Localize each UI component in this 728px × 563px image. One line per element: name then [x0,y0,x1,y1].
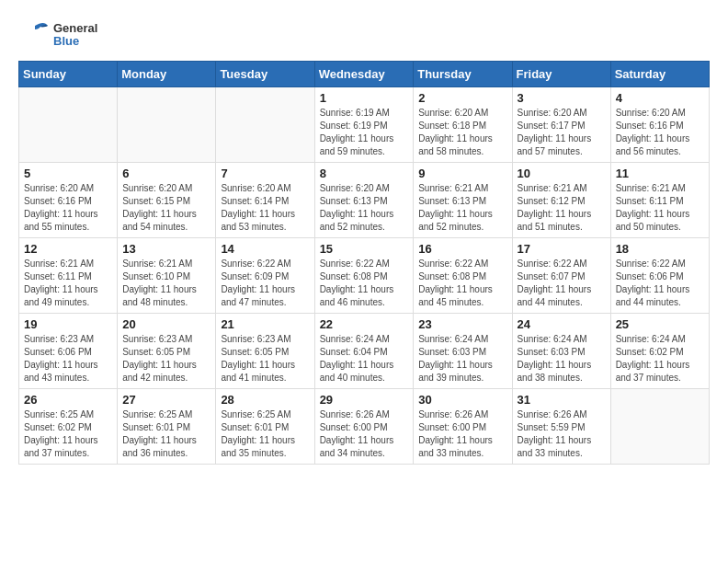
day-number: 13 [122,242,210,256]
day-number: 14 [221,242,309,256]
calendar-cell: 8 Sunrise: 6:20 AMSunset: 6:13 PMDayligh… [314,163,414,238]
logo: General Blue [18,18,97,52]
calendar-cell [610,389,709,465]
calendar-cell: 25 Sunrise: 6:24 AMSunset: 6:02 PMDaylig… [610,314,709,389]
calendar-cell: 31 Sunrise: 6:26 AMSunset: 5:59 PMDaylig… [512,389,610,465]
weekday-header-row: SundayMondayTuesdayWednesdayThursdayFrid… [19,62,710,87]
calendar-cell: 20 Sunrise: 6:23 AMSunset: 6:05 PMDaylig… [118,314,216,389]
weekday-header: Monday [118,62,216,87]
calendar-cell: 28 Sunrise: 6:25 AMSunset: 6:01 PMDaylig… [216,389,314,465]
day-info: Sunrise: 6:20 AMSunset: 6:13 PMDaylight:… [320,183,394,232]
day-info: Sunrise: 6:19 AMSunset: 6:19 PMDaylight:… [320,108,394,156]
logo-general: General [53,22,97,35]
day-number: 21 [221,317,309,331]
day-info: Sunrise: 6:23 AMSunset: 6:05 PMDaylight:… [122,334,197,383]
day-number: 11 [616,167,704,180]
day-number: 16 [418,242,506,256]
calendar-cell: 22 Sunrise: 6:24 AMSunset: 6:04 PMDaylig… [314,314,414,389]
day-info: Sunrise: 6:25 AMSunset: 6:01 PMDaylight:… [221,409,295,458]
day-number: 24 [518,317,606,331]
day-info: Sunrise: 6:22 AMSunset: 6:08 PMDaylight:… [418,259,493,307]
day-number: 28 [221,393,309,407]
day-info: Sunrise: 6:21 AMSunset: 6:12 PMDaylight:… [518,183,592,232]
calendar-cell: 30 Sunrise: 6:26 AMSunset: 6:00 PMDaylig… [414,389,512,465]
weekday-header: Wednesday [314,62,414,87]
day-info: Sunrise: 6:24 AMSunset: 6:03 PMDaylight:… [518,334,592,383]
calendar-cell [19,87,118,163]
day-number: 27 [122,393,210,407]
day-info: Sunrise: 6:21 AMSunset: 6:10 PMDaylight:… [122,259,197,307]
day-number: 20 [122,317,210,331]
calendar-cell: 26 Sunrise: 6:25 AMSunset: 6:02 PMDaylig… [19,389,118,465]
page-header: General Blue [18,18,710,52]
day-number: 3 [518,91,606,105]
day-info: Sunrise: 6:23 AMSunset: 6:06 PMDaylight:… [24,334,98,383]
calendar-row: 19 Sunrise: 6:23 AMSunset: 6:06 PMDaylig… [19,314,710,389]
calendar-cell: 1 Sunrise: 6:19 AMSunset: 6:19 PMDayligh… [314,87,414,163]
day-number: 15 [320,242,409,256]
day-info: Sunrise: 6:22 AMSunset: 6:07 PMDaylight:… [518,259,592,307]
calendar-cell: 18 Sunrise: 6:22 AMSunset: 6:06 PMDaylig… [610,238,709,314]
day-number: 12 [24,242,112,256]
day-info: Sunrise: 6:20 AMSunset: 6:18 PMDaylight:… [418,108,493,156]
day-info: Sunrise: 6:20 AMSunset: 6:16 PMDaylight:… [24,183,98,232]
day-info: Sunrise: 6:24 AMSunset: 6:02 PMDaylight:… [616,334,690,383]
day-info: Sunrise: 6:26 AMSunset: 6:00 PMDaylight:… [320,409,394,458]
calendar-cell: 21 Sunrise: 6:23 AMSunset: 6:05 PMDaylig… [216,314,314,389]
calendar-cell: 10 Sunrise: 6:21 AMSunset: 6:12 PMDaylig… [512,163,610,238]
logo-blue: Blue [53,35,97,48]
day-number: 23 [418,317,506,331]
day-number: 18 [616,242,704,256]
calendar-cell: 13 Sunrise: 6:21 AMSunset: 6:10 PMDaylig… [118,238,216,314]
calendar-row: 12 Sunrise: 6:21 AMSunset: 6:11 PMDaylig… [19,238,710,314]
weekday-header: Thursday [414,62,512,87]
day-info: Sunrise: 6:21 AMSunset: 6:13 PMDaylight:… [418,183,493,232]
day-info: Sunrise: 6:23 AMSunset: 6:05 PMDaylight:… [221,334,295,383]
calendar-row: 1 Sunrise: 6:19 AMSunset: 6:19 PMDayligh… [19,87,710,163]
calendar-cell: 14 Sunrise: 6:22 AMSunset: 6:09 PMDaylig… [216,238,314,314]
day-info: Sunrise: 6:20 AMSunset: 6:14 PMDaylight:… [221,183,295,232]
day-info: Sunrise: 6:22 AMSunset: 6:08 PMDaylight:… [320,259,394,307]
day-info: Sunrise: 6:20 AMSunset: 6:16 PMDaylight:… [616,108,690,156]
day-number: 2 [418,91,506,105]
day-number: 25 [616,317,704,331]
day-info: Sunrise: 6:22 AMSunset: 6:09 PMDaylight:… [221,259,295,307]
day-number: 9 [418,167,506,180]
day-info: Sunrise: 6:22 AMSunset: 6:06 PMDaylight:… [616,259,690,307]
weekday-header: Sunday [19,62,118,87]
day-info: Sunrise: 6:20 AMSunset: 6:15 PMDaylight:… [122,183,197,232]
calendar-cell: 5 Sunrise: 6:20 AMSunset: 6:16 PMDayligh… [19,163,118,238]
day-number: 1 [320,91,409,105]
day-number: 22 [320,317,409,331]
calendar: SundayMondayTuesdayWednesdayThursdayFrid… [18,61,710,465]
day-number: 10 [518,167,606,180]
weekday-header: Tuesday [216,62,314,87]
calendar-cell: 4 Sunrise: 6:20 AMSunset: 6:16 PMDayligh… [610,87,709,163]
calendar-cell: 11 Sunrise: 6:21 AMSunset: 6:11 PMDaylig… [610,163,709,238]
day-number: 17 [518,242,606,256]
day-number: 31 [518,393,606,407]
day-number: 19 [24,317,112,331]
calendar-cell: 7 Sunrise: 6:20 AMSunset: 6:14 PMDayligh… [216,163,314,238]
day-info: Sunrise: 6:20 AMSunset: 6:17 PMDaylight:… [518,108,592,156]
day-info: Sunrise: 6:26 AMSunset: 5:59 PMDaylight:… [518,409,592,458]
calendar-cell: 17 Sunrise: 6:22 AMSunset: 6:07 PMDaylig… [512,238,610,314]
day-number: 30 [418,393,506,407]
day-info: Sunrise: 6:25 AMSunset: 6:02 PMDaylight:… [24,409,98,458]
calendar-cell: 6 Sunrise: 6:20 AMSunset: 6:15 PMDayligh… [118,163,216,238]
calendar-cell: 9 Sunrise: 6:21 AMSunset: 6:13 PMDayligh… [414,163,512,238]
day-number: 5 [24,167,112,180]
day-number: 29 [320,393,409,407]
day-number: 26 [24,393,112,407]
day-number: 8 [320,167,409,180]
calendar-cell: 3 Sunrise: 6:20 AMSunset: 6:17 PMDayligh… [512,87,610,163]
calendar-cell: 12 Sunrise: 6:21 AMSunset: 6:11 PMDaylig… [19,238,118,314]
calendar-row: 26 Sunrise: 6:25 AMSunset: 6:02 PMDaylig… [19,389,710,465]
calendar-cell: 24 Sunrise: 6:24 AMSunset: 6:03 PMDaylig… [512,314,610,389]
weekday-header: Friday [512,62,610,87]
day-info: Sunrise: 6:21 AMSunset: 6:11 PMDaylight:… [24,259,98,307]
weekday-header: Saturday [610,62,709,87]
day-number: 4 [616,91,704,105]
day-number: 7 [221,167,309,180]
calendar-cell [118,87,216,163]
